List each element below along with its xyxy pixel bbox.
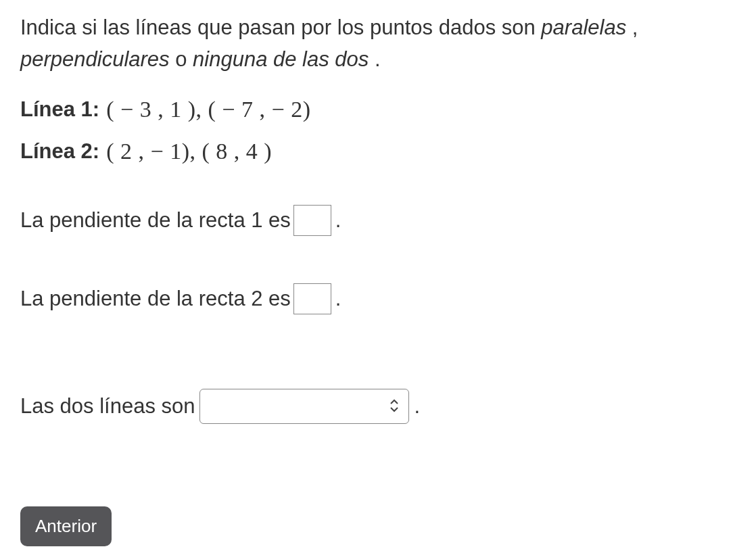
instruction-mid: o xyxy=(170,47,193,71)
final-prefix: Las dos líneas son xyxy=(20,394,195,419)
slope-1-row: La pendiente de la recta 1 es . xyxy=(20,205,740,236)
line-2-points: ( 2 , − 1), ( 8 , 4 ) xyxy=(106,139,272,164)
instruction-italic-ninguna: ninguna de las dos xyxy=(193,47,375,71)
line-2-label: Línea 2: xyxy=(20,139,99,164)
final-answer-row: Las dos líneas son . xyxy=(20,389,740,424)
slope-1-period: . xyxy=(335,208,341,233)
anterior-button[interactable]: Anterior xyxy=(20,506,112,546)
instruction-comma: , xyxy=(632,16,638,39)
instruction-italic-paralelas: paralelas xyxy=(541,16,632,39)
final-period: . xyxy=(415,394,421,419)
line-2-row: Línea 2: ( 2 , − 1), ( 8 , 4 ) xyxy=(20,139,740,164)
instruction-part1: Indica si las líneas que pasan por los p… xyxy=(20,16,541,39)
instruction-italic-perpendiculares: perpendiculares xyxy=(20,47,170,71)
slope-1-prefix: La pendiente de la recta 1 es xyxy=(20,208,291,233)
slope-2-row: La pendiente de la recta 2 es . xyxy=(20,283,740,314)
slope-2-prefix: La pendiente de la recta 2 es xyxy=(20,287,291,311)
line-1-label: Línea 1: xyxy=(20,97,99,122)
instruction-end: . xyxy=(375,47,381,71)
slope-2-period: . xyxy=(335,287,341,311)
line-1-points: ( − 3 , 1 ), ( − 7 , − 2) xyxy=(106,97,310,122)
line-1-row: Línea 1: ( − 3 , 1 ), ( − 7 , − 2) xyxy=(20,97,740,122)
relationship-select[interactable] xyxy=(199,389,409,424)
instruction-text: Indica si las líneas que pasan por los p… xyxy=(20,12,740,75)
slope-1-input[interactable] xyxy=(293,205,331,236)
slope-2-input[interactable] xyxy=(293,283,331,314)
